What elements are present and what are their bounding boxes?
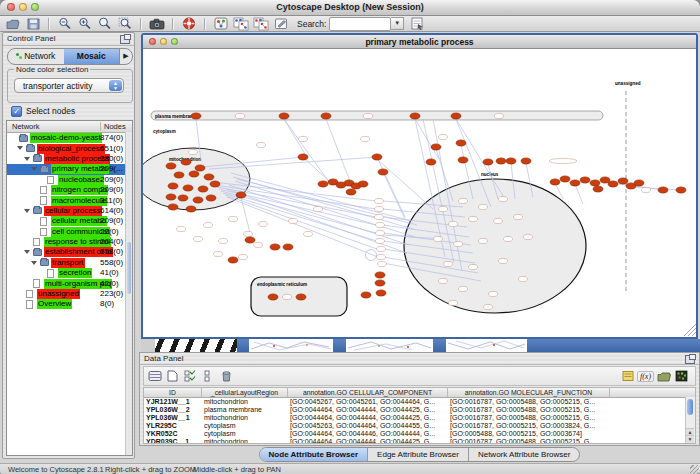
network-graph[interactable]: plasma membranecytoplasmmitochondrionnuc… bbox=[143, 49, 696, 337]
network-node[interactable] bbox=[431, 144, 441, 150]
network-node[interactable] bbox=[296, 294, 306, 300]
node-color-attribute-dropdown[interactable]: transporter activity ▲▼ bbox=[14, 78, 124, 93]
tree-row[interactable]: nitrogen compo209(0) bbox=[7, 185, 132, 195]
node-label[interactable] bbox=[459, 286, 468, 291]
table-column-header[interactable]: ID bbox=[144, 388, 202, 397]
background-window-border[interactable] bbox=[527, 339, 700, 352]
unselect-attributes-icon[interactable] bbox=[201, 369, 216, 383]
node-label[interactable] bbox=[459, 198, 468, 203]
node-label[interactable] bbox=[484, 304, 493, 309]
table-column-header[interactable]: annotation.GO CELLULAR_COMPONENT bbox=[288, 388, 448, 397]
node-label[interactable] bbox=[375, 198, 384, 203]
network-node[interactable] bbox=[375, 272, 385, 278]
node-label[interactable] bbox=[304, 231, 313, 236]
tree-row[interactable]: Overview8(0) bbox=[7, 299, 132, 309]
node-label[interactable] bbox=[499, 196, 508, 201]
network-node[interactable] bbox=[372, 154, 382, 160]
network-canvas[interactable]: plasma membranecytoplasmmitochondrionnuc… bbox=[143, 49, 696, 337]
node-label[interactable] bbox=[377, 246, 386, 251]
node-label[interactable] bbox=[375, 206, 384, 211]
table-column-header[interactable]: _cellularLayoutRegion bbox=[202, 388, 288, 397]
delete-attribute-icon[interactable] bbox=[219, 369, 234, 383]
tree-row[interactable]: cellular metabo209(0) bbox=[7, 216, 132, 226]
network-node[interactable] bbox=[608, 181, 618, 187]
network-node[interactable] bbox=[298, 154, 308, 160]
attribute-table-icon[interactable] bbox=[147, 369, 162, 383]
network-node[interactable] bbox=[458, 157, 468, 163]
network-node[interactable] bbox=[189, 171, 199, 177]
network-node[interactable] bbox=[168, 204, 178, 210]
disclosure-triangle-icon[interactable] bbox=[24, 250, 30, 254]
node-label[interactable] bbox=[449, 300, 458, 305]
node-label[interactable] bbox=[259, 221, 268, 226]
select-nodes-checkbox[interactable]: ✓ bbox=[11, 106, 22, 117]
network-node[interactable] bbox=[174, 172, 184, 178]
node-label[interactable] bbox=[377, 254, 386, 259]
background-window-fragment[interactable] bbox=[446, 339, 527, 352]
scroll-down-icon[interactable]: ▼ bbox=[686, 435, 694, 443]
network-node[interactable] bbox=[346, 189, 356, 195]
background-window-border[interactable] bbox=[237, 339, 249, 352]
node-label[interactable] bbox=[479, 204, 488, 209]
node-label[interactable] bbox=[236, 113, 245, 118]
table-row[interactable]: YLR295Ccytoplasm[GO:0045263, GO:0044464,… bbox=[144, 422, 695, 430]
network-node[interactable] bbox=[204, 174, 214, 180]
node-label[interactable] bbox=[444, 261, 453, 266]
disclosure-triangle-icon[interactable] bbox=[24, 209, 30, 213]
network-node[interactable] bbox=[378, 169, 388, 175]
network-node[interactable] bbox=[195, 165, 205, 171]
window-resize-grip[interactable] bbox=[690, 465, 699, 474]
node-label[interactable] bbox=[494, 218, 503, 223]
tree-row[interactable]: biological_process651(0) bbox=[7, 143, 132, 153]
canvas-resize-grip[interactable] bbox=[688, 328, 696, 336]
network-node[interactable] bbox=[410, 113, 420, 119]
tree-row[interactable]: cellular process614(0) bbox=[7, 206, 132, 216]
zoom-out-icon[interactable] bbox=[57, 17, 73, 31]
network-node[interactable] bbox=[181, 159, 191, 165]
help-lifesaver-icon[interactable] bbox=[181, 17, 197, 31]
network-node[interactable] bbox=[456, 140, 466, 146]
node-label[interactable] bbox=[239, 254, 248, 259]
table-row[interactable]: YPL036W__1mitochondrion[GO:0044464, GO:0… bbox=[144, 414, 695, 422]
network-node[interactable] bbox=[178, 195, 188, 201]
table-scrollbar[interactable]: ▲ ▼ bbox=[685, 397, 695, 443]
disclosure-triangle-icon[interactable] bbox=[17, 146, 23, 150]
node-label[interactable] bbox=[549, 158, 577, 163]
network-node[interactable] bbox=[361, 292, 371, 298]
network-node[interactable] bbox=[376, 290, 386, 296]
new-attribute-icon[interactable] bbox=[165, 369, 180, 383]
attribute-browser-tab[interactable]: Node Attribute Browser bbox=[260, 448, 369, 461]
background-window-border[interactable] bbox=[433, 339, 446, 352]
zoom-fit-icon[interactable] bbox=[97, 17, 113, 31]
node-label[interactable] bbox=[194, 236, 203, 241]
tree-row[interactable]: primary metabo209(... bbox=[7, 164, 132, 174]
node-label[interactable] bbox=[376, 222, 385, 227]
search-options-dropdown[interactable]: ▼ bbox=[391, 17, 404, 30]
node-label[interactable] bbox=[479, 238, 488, 243]
tree-row[interactable]: response to stimul264(0) bbox=[7, 237, 132, 247]
node-label[interactable] bbox=[378, 261, 387, 266]
node-label[interactable] bbox=[642, 187, 651, 192]
node-label[interactable] bbox=[254, 242, 263, 247]
background-window-fragment[interactable] bbox=[346, 339, 433, 352]
node-label[interactable] bbox=[514, 214, 523, 219]
tree-row[interactable]: unassigned223(0) bbox=[7, 289, 132, 299]
zoom-in-icon[interactable] bbox=[77, 17, 93, 31]
network-node[interactable] bbox=[206, 195, 216, 201]
network-node[interactable] bbox=[283, 244, 293, 250]
network-node[interactable] bbox=[318, 181, 328, 187]
network-node[interactable] bbox=[496, 158, 506, 164]
matrix-icon[interactable] bbox=[674, 369, 689, 383]
table-row[interactable]: YKR052Ccytoplasm[GO:0044464, GO:0044446,… bbox=[144, 430, 695, 438]
network-node[interactable] bbox=[590, 180, 600, 186]
tree-row[interactable]: cell communicat22(0) bbox=[7, 227, 132, 237]
network-node[interactable] bbox=[426, 159, 436, 165]
plasma-membrane-compartment[interactable] bbox=[151, 111, 603, 120]
tab-network[interactable]: Network bbox=[8, 49, 64, 64]
network-node[interactable] bbox=[593, 186, 603, 192]
node-label[interactable] bbox=[219, 238, 228, 243]
background-window-fragment[interactable] bbox=[249, 339, 333, 352]
network-node[interactable] bbox=[270, 244, 280, 250]
network-node[interactable] bbox=[658, 187, 668, 193]
network-node[interactable] bbox=[676, 187, 686, 193]
